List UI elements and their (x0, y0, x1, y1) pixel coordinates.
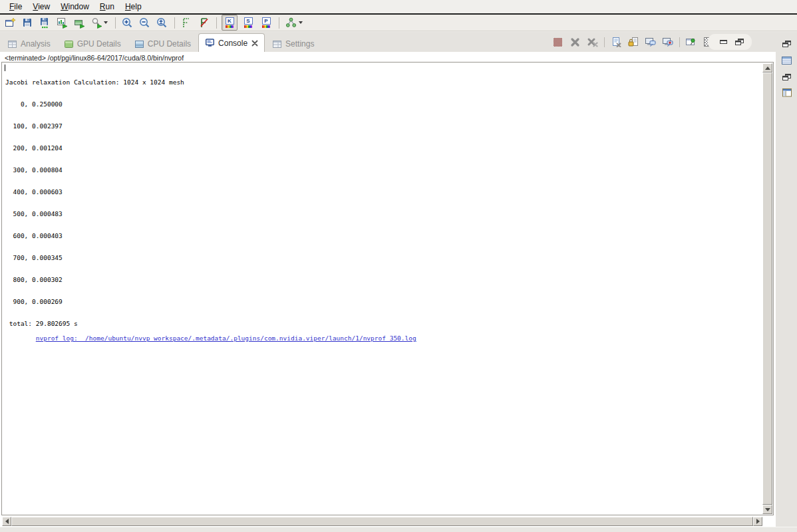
show-stderr-icon (662, 37, 673, 47)
console-line: 900, 0.000269 (5, 298, 761, 305)
console-line: total: 29.802695 s (5, 320, 761, 327)
zoom-fit-button[interactable] (155, 16, 168, 29)
horizontal-scroll-thumb[interactable] (11, 517, 753, 526)
nvprof-log-link[interactable]: nvprof log: /home/ubuntu/nvvp_workspace/… (36, 334, 416, 342)
examine-dropdown-caret[interactable] (104, 21, 108, 24)
flag-marker-icon (181, 17, 192, 28)
clear-console-button[interactable] (609, 36, 622, 48)
process-letter: P (262, 17, 271, 25)
view-minmax-panel (708, 34, 752, 50)
timeline-chart-icon (57, 17, 68, 29)
tab-cpu-details[interactable]: CPU Details (128, 36, 197, 52)
flag-marker-button[interactable] (180, 16, 193, 29)
tree-dropdown-caret[interactable] (299, 21, 303, 24)
generate-timeline-button[interactable] (55, 16, 69, 29)
scroll-lock-button[interactable] (627, 36, 639, 48)
tab-gpu-details[interactable]: GPU Details (58, 36, 127, 52)
terminate-button[interactable] (552, 36, 564, 48)
window-bottom-edge (0, 527, 797, 532)
analysis-tab-icon (7, 39, 17, 49)
toolbar-separator (216, 17, 217, 29)
console-output-area[interactable]: Jacobi relaxation Calculation: 1024 x 10… (1, 62, 774, 515)
tab-label: Console (218, 39, 247, 48)
save-all-button[interactable] (38, 16, 51, 29)
zoom-in-icon (122, 17, 133, 29)
pin-console-icon (685, 37, 697, 47)
console-line: 500, 0.000483 (5, 210, 761, 217)
console-line: Jacobi relaxation Calculation: 1024 x 10… (5, 78, 761, 86)
console-toolbar-separator (604, 37, 605, 47)
console-line: 200, 0.001204 (5, 144, 761, 152)
maximize-view-button[interactable] (733, 36, 746, 48)
restore-view-button-2[interactable] (781, 72, 792, 82)
scroll-down-button[interactable] (762, 505, 772, 514)
zoom-in-button[interactable] (120, 16, 134, 29)
properties-view-button[interactable] (781, 55, 792, 65)
tab-analysis[interactable]: Analysis (1, 36, 57, 52)
zoom-out-icon (139, 17, 150, 29)
minimize-view-button[interactable] (717, 36, 730, 48)
color-by-kernel-button[interactable]: K (222, 15, 238, 31)
console-status-line: <terminated> /opt/pgi/linux86-64/2017/cu… (5, 54, 184, 62)
examine-magnifier-icon (91, 17, 102, 29)
zoom-out-button[interactable] (138, 16, 151, 29)
pin-console-button[interactable] (685, 36, 697, 48)
perspective-view-button[interactable] (781, 87, 792, 98)
flag-clear-icon (198, 17, 209, 28)
save-all-icon (39, 17, 51, 29)
zoom-fit-icon (156, 17, 168, 29)
remove-launch-button[interactable] (569, 36, 581, 48)
scroll-left-button[interactable] (2, 517, 11, 526)
color-by-stream-button[interactable]: S (241, 15, 255, 30)
table-icon (781, 55, 792, 65)
tab-label: GPU Details (77, 39, 121, 49)
console-output-text: Jacobi relaxation Calculation: 1024 x 10… (5, 64, 761, 349)
new-session-button[interactable] (3, 16, 17, 29)
save-icon (22, 17, 33, 28)
tab-settings[interactable]: Settings (266, 36, 320, 52)
menu-file[interactable]: File (4, 1, 27, 13)
console-toolbar-separator (679, 37, 680, 47)
settings-tab-icon (272, 39, 282, 49)
arrow-down-icon (765, 508, 770, 511)
examine-button[interactable] (90, 16, 103, 29)
nvvp-window: File View Window Run Help (0, 0, 797, 532)
remove-launch-icon (570, 37, 580, 47)
vertical-scroll-thumb[interactable] (762, 72, 772, 505)
toolbar-separator (115, 17, 116, 29)
menu-help[interactable]: Help (120, 1, 147, 13)
menu-view[interactable]: View (27, 1, 55, 13)
run-analysis-button[interactable] (73, 16, 86, 29)
tree-graph-icon (285, 17, 297, 28)
arrow-left-icon (5, 519, 9, 524)
arrow-up-icon (765, 66, 770, 70)
scroll-right-button[interactable] (753, 517, 762, 526)
console-line: 700, 0.000345 (5, 254, 761, 261)
tab-console[interactable]: Console (198, 33, 265, 52)
terminate-icon (554, 38, 562, 47)
color-by-process-button[interactable]: P (259, 15, 273, 30)
console-line: 300, 0.000804 (5, 166, 761, 174)
menu-window[interactable]: Window (55, 1, 94, 13)
console-view: <terminated> /opt/pgi/linux86-64/2017/cu… (0, 52, 776, 527)
scroll-lock-icon (628, 37, 639, 47)
remove-all-launches-button[interactable] (586, 36, 599, 48)
console-line: 0, 0.250000 (5, 100, 761, 108)
close-icon[interactable] (251, 40, 258, 47)
menu-run[interactable]: Run (94, 1, 120, 13)
gpu-details-tab-icon (64, 39, 74, 49)
show-stderr-button[interactable] (661, 36, 674, 48)
vertical-scrollbar[interactable] (762, 63, 772, 514)
main-toolbar: K S P (0, 15, 797, 31)
scroll-up-button[interactable] (762, 63, 772, 72)
toolbar-separator (279, 17, 279, 29)
flag-clear-button[interactable] (197, 16, 210, 29)
show-stdout-button[interactable] (644, 36, 657, 48)
menubar: File View Window Run Help (0, 0, 797, 13)
tab-label: Settings (285, 39, 314, 49)
save-button[interactable] (21, 16, 34, 29)
clear-console-icon (611, 37, 621, 47)
call-tree-button[interactable] (284, 16, 297, 29)
horizontal-scrollbar[interactable] (2, 517, 762, 526)
restore-view-button[interactable] (781, 39, 792, 49)
